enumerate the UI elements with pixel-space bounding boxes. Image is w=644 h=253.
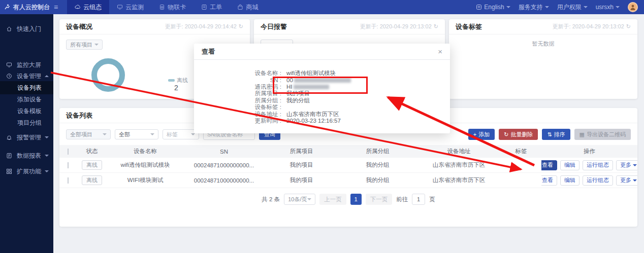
batch-delete-label: 批量删除	[510, 131, 533, 138]
sort-button[interactable]: ⇅ 排序	[542, 129, 570, 140]
col-sn: SN	[183, 149, 265, 155]
device-sn: 00024871000000000...	[183, 177, 265, 184]
refresh-icon[interactable]: ↻	[626, 23, 631, 30]
prev-page-button[interactable]: 上一页	[319, 194, 346, 205]
chevron-down-icon	[506, 6, 510, 10]
export-qr-label: 导出设备二维码	[587, 131, 626, 138]
updated-at: 更新于: 2020-04-29 20:13:02	[553, 23, 624, 30]
service-label: 服务支持	[519, 3, 543, 12]
field-address: 设备地址 : 山东省济南市历下区	[194, 111, 450, 117]
row-checkbox[interactable]	[68, 162, 69, 168]
sidebar: 快速入门 监控大屏 设备管理 设备列表 添加设备 设备模板 项目分组 报警管理 …	[0, 14, 53, 253]
chevron-up-icon	[45, 73, 49, 77]
field-tag: 设备标签 :	[194, 104, 450, 111]
row-checkbox[interactable]	[68, 177, 69, 184]
status-badge: 离线	[82, 175, 102, 185]
filter-status-dropdown[interactable]: 全部	[115, 129, 158, 139]
view-button[interactable]: 查看	[541, 175, 557, 186]
field-device-name: 设备名称 : wifi透传组测试模块	[194, 70, 450, 77]
edit-button[interactable]: 编辑	[560, 175, 579, 186]
tab-mall[interactable]: 商城	[230, 0, 266, 14]
filter-project-dropdown[interactable]: 全部项目	[66, 129, 111, 139]
field-label: 设备名称 :	[194, 69, 281, 77]
export-qr-button[interactable]: ▦ 导出设备二维码	[574, 129, 631, 140]
refresh-icon[interactable]: ↻	[434, 23, 438, 30]
device-address: 山东省济南市历下区	[417, 161, 501, 169]
tab-label: 物联卡	[168, 3, 186, 12]
empty-placeholder: 暂无数据	[449, 34, 637, 48]
more-label: 更多	[620, 176, 631, 184]
sidebar-subitem-label: 添加设备	[17, 95, 42, 104]
more-button[interactable]: 更多	[616, 175, 637, 186]
sidebar-item-label: 数据报表	[17, 152, 41, 160]
monitor-icon	[117, 4, 123, 10]
chevron-down-icon	[633, 164, 637, 168]
modal-title: 查看	[202, 47, 215, 56]
tab-work-order[interactable]: 工单	[194, 0, 230, 14]
more-button[interactable]: 更多	[616, 160, 637, 170]
sidebar-item-label: 设备管理	[17, 72, 41, 81]
language-dropdown[interactable]: English	[476, 4, 510, 11]
next-page-button[interactable]: 下一页	[366, 194, 393, 205]
tab-label: 工单	[210, 3, 222, 12]
run-scada-button[interactable]: 运行组态	[583, 160, 613, 170]
page-size-dropdown[interactable]: 10条/页	[284, 194, 315, 205]
usr-logo-icon	[4, 4, 10, 10]
view-label: 查看	[542, 176, 553, 184]
sidebar-item-data-report[interactable]: 数据报表	[0, 149, 53, 162]
status-badge: 离线	[82, 160, 102, 170]
tab-iot-card[interactable]: 物联卡	[151, 0, 194, 14]
nav-right: English 服务支持 用户权限 usrsxh	[476, 2, 644, 12]
device-project: 我的项目	[265, 176, 338, 184]
sidebar-item-quick-start[interactable]: 快速入门	[0, 22, 53, 35]
sidebar-item-alarm-management[interactable]: 报警管理	[0, 131, 53, 144]
filter-status-value: 全部	[119, 131, 130, 138]
col-group: 所属分组	[338, 148, 417, 155]
tab-cloud-scada[interactable]: 云组态	[67, 0, 109, 14]
updated-at: 更新于: 2020-04-29 20:14:42	[165, 23, 237, 30]
tab-cloud-monitor[interactable]: 云监测	[109, 0, 151, 14]
view-label: 查看	[542, 161, 553, 169]
device-tag-card: 设备标签 更新于: 2020-04-29 20:13:02 ↻ 暂无数据	[449, 19, 637, 99]
refresh-icon[interactable]: ↻	[239, 23, 243, 30]
bell-icon	[6, 134, 12, 140]
chevron-down-icon	[545, 6, 549, 10]
hamburger-menu-icon[interactable]: ≡	[54, 3, 58, 11]
mall-icon	[237, 4, 243, 10]
user-permission-dropdown[interactable]: 用户权限	[557, 3, 588, 12]
add-button-label: 添加	[478, 131, 490, 138]
sidebar-subitem-label: 设备模板	[17, 107, 42, 116]
sidebar-item-project-group[interactable]: 项目分组	[0, 116, 53, 129]
total-count: 共 2 条	[262, 196, 280, 203]
legend-label: 离线	[177, 77, 188, 84]
add-device-button[interactable]: + 添加	[468, 129, 495, 140]
home-icon	[6, 26, 12, 32]
run-label: 运行组态	[587, 161, 609, 169]
qr-code-icon: ▦	[579, 131, 585, 138]
username-dropdown[interactable]: usrsxh	[596, 4, 620, 11]
run-scada-button[interactable]: 运行组态	[583, 175, 613, 186]
close-icon[interactable]: ×	[438, 48, 442, 55]
sidebar-item-label: 快速入门	[17, 25, 41, 33]
current-page-button[interactable]: 1	[350, 194, 362, 205]
col-actions: 操作	[541, 148, 637, 155]
offline-count: 2	[174, 84, 178, 92]
service-support-dropdown[interactable]: 服务支持	[519, 3, 549, 12]
chevron-down-icon	[584, 6, 588, 10]
brand-title: 有人云控制台	[13, 3, 50, 12]
device-sn: 00024871000000000...	[183, 162, 265, 168]
user-avatar[interactable]	[628, 2, 638, 12]
sidebar-item-extensions[interactable]: 扩展功能	[0, 165, 53, 178]
view-button[interactable]: 查看	[541, 160, 557, 170]
plus-icon: +	[473, 131, 476, 137]
apps-grid-icon	[6, 168, 12, 174]
chevron-down-icon	[616, 6, 620, 10]
batch-delete-button[interactable]: ↻ 批量删除	[499, 129, 538, 140]
tab-label: 云组态	[83, 3, 102, 12]
project-filter-value: 所有项目	[70, 41, 92, 49]
edit-button[interactable]: 编辑	[560, 160, 579, 170]
project-filter-dropdown[interactable]: 所有项目	[66, 40, 103, 50]
chevron-down-icon	[191, 133, 195, 137]
select-all-checkbox[interactable]	[68, 149, 69, 155]
goto-page-input[interactable]	[412, 194, 425, 205]
